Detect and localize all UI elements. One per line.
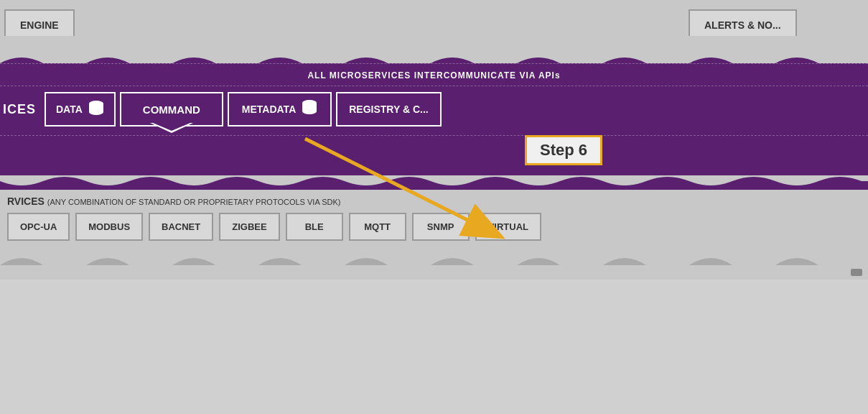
metadata-service-box: METADATA	[228, 92, 332, 126]
data-service-box: DATA	[45, 92, 116, 126]
services-row: ICES DATA COMMAND	[0, 86, 868, 126]
step6-box: Step 6	[525, 135, 602, 165]
step6-label: Step 6	[540, 141, 587, 159]
data-db-icon	[88, 100, 104, 119]
protocol-snmp: SNMP	[412, 213, 470, 241]
device-services-sublabel: (ANY COMBINATION OF STANDARD OR PROPRIET…	[47, 198, 341, 206]
protocol-mqtt: MQTT	[349, 213, 406, 241]
engine-label: ENGINE	[20, 19, 59, 31]
alerts-box-container: ALERTS & NO...	[681, 0, 868, 50]
metadata-label: METADATA	[242, 104, 296, 115]
metadata-db-icon	[302, 99, 317, 120]
alerts-label: ALERTS & NO...	[704, 19, 781, 31]
wave-separator-3	[0, 248, 868, 265]
device-services-label: RVICES	[7, 196, 45, 207]
protocol-zigbee: ZIGBEE	[219, 213, 279, 241]
protocol-ble: BLE	[286, 213, 343, 241]
scroll-indicator[interactable]	[851, 269, 862, 276]
top-section: ENGINE ALERTS & NO...	[0, 0, 868, 50]
svg-marker-5	[153, 123, 190, 131]
registry-service-box: REGISTRY & C...	[336, 92, 441, 126]
device-services-header: RVICES (ANY COMBINATION OF STANDARD OR P…	[7, 196, 861, 207]
bottom-bar	[0, 265, 868, 280]
protocol-opcua: OPC-UA	[7, 213, 70, 241]
command-service-box: COMMAND	[120, 92, 223, 126]
wave-separator-2	[0, 175, 868, 190]
protocol-row: OPC-UA MODBUS BACNET ZIGBEE BLE MQTT SNM…	[7, 213, 861, 241]
protocol-modbus: MODBUS	[75, 213, 143, 241]
protocol-virtual: VIRTUAL	[475, 213, 541, 241]
svg-point-3	[89, 105, 103, 111]
banner-text: ALL MICROSERVICES INTERCOMMUNICATE VIA A…	[307, 70, 560, 80]
services-label: ICES	[3, 102, 39, 117]
data-label: DATA	[56, 104, 83, 115]
registry-label: REGISTRY & C...	[349, 104, 428, 115]
device-services-section: RVICES (ANY COMBINATION OF STANDARD OR P…	[0, 190, 868, 248]
protocol-bacnet: BACNET	[149, 213, 213, 241]
svg-point-9	[302, 104, 317, 110]
microservices-banner: ALL MICROSERVICES INTERCOMMUNICATE VIA A…	[0, 63, 868, 86]
command-label: COMMAND	[143, 104, 200, 116]
main-container: ENGINE ALERTS & NO... ALL MICROSERVICES …	[0, 0, 868, 414]
purple-section: ALL MICROSERVICES INTERCOMMUNICATE VIA A…	[0, 63, 868, 175]
wave-separator-1	[0, 50, 868, 63]
